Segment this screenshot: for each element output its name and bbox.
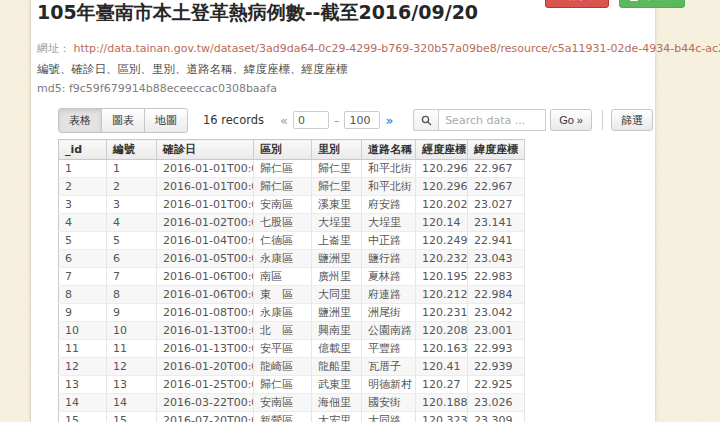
column-header[interactable]: 編號	[107, 140, 157, 160]
table-cell[interactable]: 安南區	[254, 394, 312, 412]
table-cell[interactable]: 7	[107, 268, 157, 286]
table-cell[interactable]: 2	[59, 178, 107, 196]
table-cell[interactable]: 永康區	[254, 250, 312, 268]
table-cell[interactable]: 公園南路	[362, 322, 416, 340]
table-cell[interactable]: 120.202	[416, 196, 468, 214]
table-cell[interactable]: 和平北街	[362, 178, 416, 196]
table-cell[interactable]: 22.967	[468, 178, 525, 196]
column-header[interactable]: 里別	[312, 140, 362, 160]
table-cell[interactable]: 10	[107, 322, 157, 340]
table-cell[interactable]: 歸仁區	[254, 160, 312, 178]
table-cell[interactable]: 北 區	[254, 322, 312, 340]
table-cell[interactable]: 仁德區	[254, 232, 312, 250]
table-cell[interactable]: 120.296	[416, 178, 468, 196]
table-cell[interactable]: 23.042	[468, 304, 525, 322]
embed-button[interactable]: 嵌入	[545, 0, 609, 8]
table-cell[interactable]: 2016-01-25T00:00:00	[157, 376, 254, 394]
table-cell[interactable]: 23.001	[468, 322, 525, 340]
table-cell[interactable]: 大同里	[312, 286, 362, 304]
table-cell[interactable]: 和平北街	[362, 160, 416, 178]
table-cell[interactable]: 2016-01-05T00:00:00	[157, 250, 254, 268]
table-cell[interactable]: 5	[59, 232, 107, 250]
table-cell[interactable]: 120.14	[416, 214, 468, 232]
table-cell[interactable]: 9	[107, 304, 157, 322]
table-cell[interactable]: 23.141	[468, 214, 525, 232]
tab-表格[interactable]: 表格	[58, 108, 102, 133]
table-cell[interactable]: 10	[59, 322, 107, 340]
table-cell[interactable]: 7	[59, 268, 107, 286]
table-cell[interactable]: 2016-01-01T00:00:00	[157, 160, 254, 178]
table-cell[interactable]: 七股區	[254, 214, 312, 232]
pagination-from-input[interactable]	[293, 111, 329, 129]
table-cell[interactable]: 22.941	[468, 232, 525, 250]
table-cell[interactable]: 22.939	[468, 358, 525, 376]
table-cell[interactable]: 15	[107, 412, 157, 422]
table-cell[interactable]: 大同路	[362, 412, 416, 422]
table-cell[interactable]: 廣州里	[312, 268, 362, 286]
table-cell[interactable]: 12	[107, 358, 157, 376]
column-header[interactable]: 緯度座標	[468, 140, 525, 160]
table-cell[interactable]: 120.249	[416, 232, 468, 250]
table-cell[interactable]: 2016-01-20T00:00:00	[157, 358, 254, 376]
table-cell[interactable]: 龍船里	[312, 358, 362, 376]
table-cell[interactable]: 6	[107, 250, 157, 268]
table-cell[interactable]: 安南區	[254, 196, 312, 214]
table-cell[interactable]: 2016-03-22T00:00:00	[157, 394, 254, 412]
column-header[interactable]: 道路名稱	[362, 140, 416, 160]
table-cell[interactable]: 武東里	[312, 376, 362, 394]
table-cell[interactable]: 5	[107, 232, 157, 250]
prev-page-button[interactable]: «	[280, 113, 288, 128]
table-cell[interactable]: 瓦厝子	[362, 358, 416, 376]
table-cell[interactable]: 12	[59, 358, 107, 376]
table-cell[interactable]: 120.195	[416, 268, 468, 286]
column-header[interactable]: 確診日	[157, 140, 254, 160]
search-go-button[interactable]: Go »	[550, 109, 592, 131]
table-cell[interactable]: 23.309	[468, 412, 525, 422]
table-cell[interactable]: 14	[107, 394, 157, 412]
tab-地圖[interactable]: 地圖	[144, 108, 188, 133]
column-header[interactable]: 經度座標	[416, 140, 468, 160]
table-cell[interactable]: 11	[107, 340, 157, 358]
table-cell[interactable]: 3	[59, 196, 107, 214]
table-cell[interactable]: 120.323	[416, 412, 468, 422]
table-cell[interactable]: 8	[107, 286, 157, 304]
table-cell[interactable]: 國安街	[362, 394, 416, 412]
table-cell[interactable]: 22.983	[468, 268, 525, 286]
table-cell[interactable]: 億載里	[312, 340, 362, 358]
pagination-to-input[interactable]	[344, 111, 380, 129]
table-cell[interactable]: 府安路	[362, 196, 416, 214]
table-cell[interactable]: 歸仁區	[254, 376, 312, 394]
table-cell[interactable]: 22.967	[468, 160, 525, 178]
resource-url-link[interactable]: http://data.tainan.gov.tw/dataset/3ad9da…	[74, 42, 720, 55]
table-cell[interactable]: 8	[59, 286, 107, 304]
table-cell[interactable]: 13	[59, 376, 107, 394]
table-cell[interactable]: 2	[107, 178, 157, 196]
next-page-button[interactable]: »	[385, 113, 393, 128]
table-cell[interactable]: 龍崎區	[254, 358, 312, 376]
table-cell[interactable]: 22.925	[468, 376, 525, 394]
table-cell[interactable]: 14	[59, 394, 107, 412]
table-cell[interactable]: 120.188	[416, 394, 468, 412]
table-cell[interactable]: 大埕里	[362, 214, 416, 232]
table-cell[interactable]: 4	[107, 214, 157, 232]
table-cell[interactable]: 安平區	[254, 340, 312, 358]
table-cell[interactable]: 上崙里	[312, 232, 362, 250]
table-cell[interactable]: 6	[59, 250, 107, 268]
table-cell[interactable]: 夏林路	[362, 268, 416, 286]
table-cell[interactable]: 120.208	[416, 322, 468, 340]
table-cell[interactable]: 歸仁里	[312, 160, 362, 178]
table-cell[interactable]: 22.984	[468, 286, 525, 304]
table-cell[interactable]: 平豐路	[362, 340, 416, 358]
table-cell[interactable]: 120.232	[416, 250, 468, 268]
table-cell[interactable]: 大埕里	[312, 214, 362, 232]
table-cell[interactable]: 洲尾街	[362, 304, 416, 322]
table-cell[interactable]: 2016-01-13T00:00:00	[157, 340, 254, 358]
table-cell[interactable]: 2016-01-02T00:00:00	[157, 214, 254, 232]
column-header[interactable]: 區別	[254, 140, 312, 160]
table-cell[interactable]: 鹽行路	[362, 250, 416, 268]
table-cell[interactable]: 明德新村	[362, 376, 416, 394]
table-cell[interactable]: 中正路	[362, 232, 416, 250]
table-cell[interactable]: 1	[59, 160, 107, 178]
table-cell[interactable]: 120.231	[416, 304, 468, 322]
table-cell[interactable]: 歸仁里	[312, 178, 362, 196]
